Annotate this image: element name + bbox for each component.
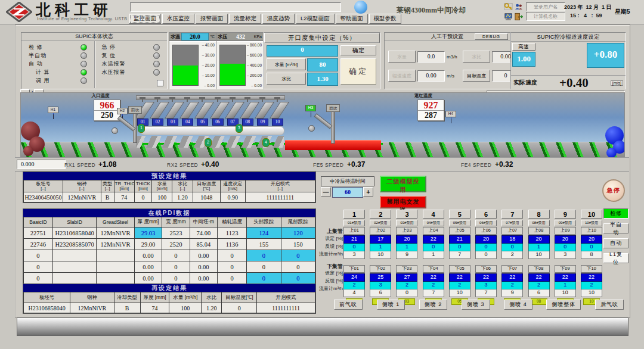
water-ratio-label-button[interactable]: 水比 bbox=[267, 73, 306, 85]
mode-button[interactable]: 检修 bbox=[603, 208, 628, 219]
manual-water-value[interactable]: 0.0 bbox=[417, 51, 445, 63]
confirm-big-button[interactable]: 确定 bbox=[340, 58, 376, 85]
spray-header-number[interactable]: 02 bbox=[152, 119, 163, 126]
lower-set-value[interactable]: 24 bbox=[343, 273, 365, 282]
manual-speed-button[interactable]: 辊道速度 bbox=[388, 70, 416, 82]
nav-tab[interactable]: 水压监控 bbox=[162, 14, 194, 24]
header-number-button[interactable]: 5 bbox=[449, 210, 470, 219]
purge-button[interactable]: 侧喷 3 bbox=[462, 300, 490, 310]
upper-set-value[interactable]: 21 bbox=[449, 235, 470, 244]
nav-tab[interactable]: 温度趋势 bbox=[262, 14, 295, 24]
upper-set-value[interactable]: 18 bbox=[501, 235, 523, 244]
header-number-button[interactable]: 3 bbox=[396, 210, 417, 219]
confirm-button[interactable]: 确定 bbox=[340, 45, 376, 55]
manual-ratio-button[interactable]: 水比 bbox=[463, 51, 490, 63]
header-number-button[interactable]: 4 bbox=[423, 210, 444, 219]
mode-button[interactable]: 半自动 bbox=[603, 223, 628, 233]
opening-value-input[interactable]: 0 bbox=[267, 45, 338, 57]
spray-header-number[interactable]: 06 bbox=[212, 119, 224, 126]
header-number-button[interactable]: 10 bbox=[581, 210, 602, 219]
disable-telegram-button[interactable]: 禁用电文发送 bbox=[380, 196, 426, 208]
wait-time-plus-button[interactable]: + bbox=[363, 187, 373, 197]
purge-button[interactable]: 前气吹 bbox=[334, 300, 363, 310]
login-user-field[interactable]: 登录用户名 bbox=[526, 2, 565, 11]
upper-set-value[interactable]: 20 bbox=[555, 235, 576, 244]
header-disable-button[interactable]: 01#禁用 bbox=[343, 220, 365, 226]
spray-header-number[interactable]: 08 bbox=[242, 119, 253, 126]
upper-set-value[interactable]: 20 bbox=[581, 235, 602, 244]
purge-button[interactable]: 侧喷 2 bbox=[419, 300, 448, 310]
lower-set-value[interactable]: 22 bbox=[528, 273, 550, 282]
header-disable-button[interactable]: 10#禁用 bbox=[581, 220, 602, 226]
nav-tab[interactable]: 流量标定 bbox=[229, 14, 261, 24]
debug-button[interactable]: DEBUG bbox=[475, 33, 508, 40]
purge-button[interactable]: 后气吹 bbox=[595, 300, 624, 310]
lower-set-value[interactable]: 22 bbox=[475, 273, 497, 282]
speed-set-value[interactable]: +0.80 bbox=[587, 43, 624, 68]
purge-button[interactable]: 侧喷 4 bbox=[504, 300, 532, 310]
computer-name-field[interactable]: 计算机名称 bbox=[526, 12, 565, 21]
spray-header-number[interactable]: 03 bbox=[167, 119, 178, 126]
lower-set-value[interactable]: 22 bbox=[581, 273, 602, 282]
upper-set-value[interactable]: 20 bbox=[475, 235, 497, 244]
exit-door-icon[interactable] bbox=[514, 13, 523, 21]
speed-mode-button[interactable]: 高速 bbox=[512, 43, 535, 51]
nav-tab[interactable]: L2模型画面 bbox=[296, 14, 335, 24]
header-disable-button[interactable]: 06#禁用 bbox=[475, 220, 497, 226]
spray-header-number[interactable]: 09 bbox=[257, 119, 268, 126]
status-checkbox[interactable] bbox=[157, 80, 163, 86]
upper-set-value[interactable]: 21 bbox=[343, 235, 365, 244]
manual-speed-value[interactable]: 0.00 bbox=[417, 70, 445, 82]
lower-set-value[interactable]: 25 bbox=[370, 273, 391, 282]
emergency-stop-button[interactable]: 急停 bbox=[602, 179, 625, 202]
title-input[interactable] bbox=[130, 2, 341, 12]
header-number-button[interactable]: 9 bbox=[555, 210, 576, 219]
header-number-button[interactable]: 6 bbox=[475, 210, 497, 219]
wait-time-minus-button[interactable]: — bbox=[321, 187, 331, 197]
header-number-button[interactable]: 8 bbox=[528, 210, 550, 219]
header-disable-button[interactable]: 03#禁用 bbox=[396, 220, 417, 226]
header-disable-button[interactable]: 05#禁用 bbox=[449, 220, 470, 226]
water-flow-input[interactable]: 80 bbox=[307, 58, 338, 71]
lower-set-value[interactable]: 22 bbox=[501, 273, 523, 282]
upper-set-value[interactable]: 17 bbox=[370, 235, 391, 244]
header-disable-button[interactable]: 07#禁用 bbox=[501, 220, 523, 226]
header-number-button[interactable]: 7 bbox=[501, 210, 523, 219]
upper-set-value[interactable]: 20 bbox=[396, 235, 417, 244]
nav-tab[interactable]: 报警画面 bbox=[196, 14, 228, 24]
header-disable-button[interactable]: 09#禁用 bbox=[555, 220, 576, 226]
tick-label: 40.00 bbox=[199, 43, 215, 47]
spray-header-number[interactable]: 04 bbox=[182, 119, 193, 126]
upper-set-value[interactable]: 22 bbox=[423, 235, 444, 244]
target-temp-button[interactable]: 目标温度 bbox=[463, 70, 490, 82]
spray-header-number[interactable]: 05 bbox=[197, 119, 208, 126]
upper-set-value[interactable]: 20 bbox=[528, 235, 550, 244]
purge-button[interactable]: 侧喷整体 bbox=[546, 300, 581, 310]
water-ratio-input[interactable]: 1.30 bbox=[307, 73, 338, 86]
manual-water-button[interactable]: 水量 bbox=[388, 51, 416, 63]
lower-set-value[interactable]: 22 bbox=[449, 273, 470, 282]
header-disable-button[interactable]: 02#禁用 bbox=[370, 220, 391, 226]
lower-set-value[interactable]: 22 bbox=[555, 273, 576, 282]
lower-set-value[interactable]: 27 bbox=[396, 273, 417, 282]
mode-button[interactable]: L1复位 bbox=[603, 253, 628, 263]
computer-icon[interactable] bbox=[504, 13, 513, 21]
header-number-button[interactable]: 1 bbox=[343, 210, 365, 219]
purge-button[interactable]: 侧喷 1 bbox=[377, 300, 405, 310]
users-icon[interactable] bbox=[514, 2, 523, 11]
spray-header-number[interactable]: 10 bbox=[272, 119, 283, 126]
header-disable-button[interactable]: 08#禁用 bbox=[528, 220, 550, 226]
wait-time-value[interactable]: 60 bbox=[332, 187, 363, 198]
reset-cell: 1.20 bbox=[202, 303, 222, 313]
header-unit: [--] bbox=[246, 186, 314, 191]
key-icon[interactable] bbox=[504, 2, 513, 11]
water-flow-label-button[interactable]: 水量 [m³/h] bbox=[267, 58, 306, 70]
nav-tab[interactable]: 帮助画面 bbox=[336, 14, 368, 24]
header-disable-button[interactable]: 04#禁用 bbox=[423, 220, 444, 226]
speed-mode-value[interactable]: 1.00 bbox=[512, 52, 535, 67]
lower-set-value[interactable]: 22 bbox=[423, 273, 444, 282]
mode-button[interactable]: 自动 bbox=[603, 238, 628, 248]
nav-tab[interactable]: 监控画面 bbox=[129, 14, 161, 24]
header-number-button[interactable]: 2 bbox=[370, 210, 391, 219]
l2-model-enable-button[interactable]: 二级模型投用 bbox=[380, 176, 426, 192]
